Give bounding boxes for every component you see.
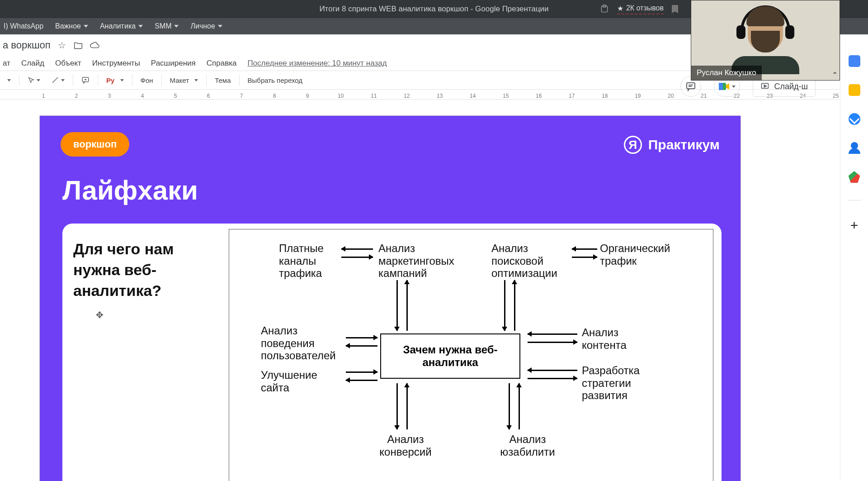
webcam-overlay: Руслан Кожушко ⌃ <box>691 0 840 81</box>
doc-title[interactable]: а воркшоп <box>3 39 51 51</box>
theme-button[interactable]: Тема <box>210 75 235 86</box>
move-cursor-icon: ✥ <box>96 310 104 320</box>
bookmark-folder-personal[interactable]: Личное <box>190 22 222 30</box>
reviews-text: 2К отзывов <box>626 4 664 12</box>
slide-canvas[interactable]: воркшоп Я Практикум Лайфхаки Для чего на… <box>0 100 840 481</box>
background-button[interactable]: Фон <box>136 75 158 86</box>
maps-icon[interactable] <box>849 171 860 183</box>
line-tool[interactable] <box>47 74 69 86</box>
yandex-logo-icon: Я <box>624 136 642 154</box>
webcam-person <box>738 5 793 72</box>
node-strategy: Разработка стратегии развития <box>582 364 663 402</box>
last-edit-link[interactable]: Последнее изменение: 10 минут назад <box>247 59 387 68</box>
bookmark-icon[interactable] <box>672 5 678 13</box>
menu-extensions[interactable]: Расширения <box>151 59 196 68</box>
diagram: Платные каналы трафика Анализ маркетинго… <box>229 229 713 481</box>
node-usab: Анализ юзабилити <box>491 433 564 458</box>
chevron-down-icon <box>84 25 88 28</box>
select-tool[interactable] <box>23 75 45 86</box>
layout-button[interactable]: Макет <box>165 75 203 86</box>
brand-text: Практикум <box>648 137 720 152</box>
extension-icon[interactable] <box>600 5 609 14</box>
side-panel: + <box>840 34 868 481</box>
menu-object[interactable]: Объект <box>55 59 81 68</box>
svg-rect-3 <box>687 83 695 89</box>
content-card: Для чего нам нужна веб-аналитика? ✥ Плат… <box>62 224 722 481</box>
menu-slide[interactable]: Слайд <box>21 59 44 68</box>
node-seo: Анализ поисковой оптимизации <box>491 242 582 280</box>
slide-title: Лайфхаки <box>62 175 198 206</box>
keep-icon[interactable] <box>849 84 860 96</box>
star-icon[interactable]: ☆ <box>57 40 67 50</box>
node-content: Анализ контента <box>582 326 654 351</box>
menu-help[interactable]: Справка <box>207 59 237 68</box>
move-folder-icon[interactable] <box>73 40 83 50</box>
node-paid: Платные каналы трафика <box>279 242 342 280</box>
chevron-down-icon <box>218 25 222 28</box>
chevron-down-icon <box>732 86 736 88</box>
browser-tab-title: Итоги 8 спринта WEB аналитика воркшоп - … <box>319 5 548 14</box>
brand-logo: Я Практикум <box>624 136 720 154</box>
transition-button[interactable]: Выбрать переход <box>243 75 307 86</box>
chevron-down-icon <box>174 25 179 28</box>
bookmark-folder-analytics[interactable]: Аналитика <box>100 22 143 30</box>
slides-app: а воркшоп ☆ ат Слайд Объект Инструменты … <box>0 34 840 481</box>
bookmark-folder-smm[interactable]: SMM <box>155 22 179 30</box>
tag-badge: воркшоп <box>61 132 129 157</box>
webcam-name: Руслан Кожушко <box>691 66 762 80</box>
node-improve: Улучшение сайта <box>261 369 342 394</box>
node-conv: Анализ конверсий <box>369 433 442 458</box>
node-campaigns: Анализ маркетинговых кампаний <box>378 242 469 280</box>
bookmark-folder-important[interactable]: Важное <box>55 22 88 30</box>
chevron-down-icon <box>138 25 143 28</box>
font-family[interactable]: Py <box>102 75 128 86</box>
reviews-badge[interactable]: ★ 2К отзывов <box>617 4 664 14</box>
star-icon: ★ <box>617 4 623 13</box>
comment-tool[interactable] <box>77 74 94 86</box>
tasks-icon[interactable] <box>849 113 860 125</box>
collapse-icon[interactable]: ⌃ <box>832 71 838 79</box>
menu-tools[interactable]: Инструменты <box>92 59 140 68</box>
node-behavior: Анализ поведения пользователей <box>261 324 351 362</box>
add-addon-button[interactable]: + <box>850 218 859 233</box>
card-question: Для чего нам нужна веб-аналитика? <box>73 239 218 301</box>
calendar-icon[interactable] <box>849 55 860 67</box>
cloud-status-icon[interactable] <box>90 40 99 50</box>
menu-format[interactable]: ат <box>3 59 10 68</box>
present-label: Слайд-ш <box>774 82 808 91</box>
bookmark-item-whatsapp[interactable]: I) WhatsApp <box>4 22 43 30</box>
diagram-center: Зачем нужна веб-аналитика <box>380 333 520 379</box>
zoom-dropdown[interactable] <box>3 77 15 83</box>
node-organic: Органический трафик <box>600 242 681 267</box>
slide[interactable]: воркшоп Я Практикум Лайфхаки Для чего на… <box>40 116 741 481</box>
contacts-icon[interactable] <box>849 142 860 154</box>
